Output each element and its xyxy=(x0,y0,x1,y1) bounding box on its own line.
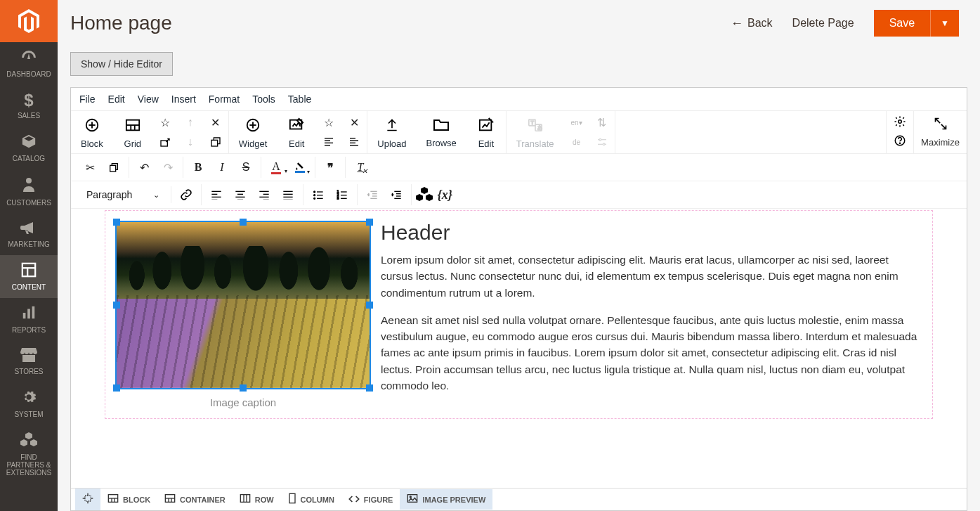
image-caption[interactable]: Image caption xyxy=(115,396,371,408)
clear-format-button[interactable]: T✕ xyxy=(350,157,371,178)
resize-handle-lm[interactable] xyxy=(113,302,120,309)
paragraph-select[interactable]: Paragraph ⌄ xyxy=(79,186,166,203)
logo[interactable] xyxy=(0,0,58,42)
delete-page-button[interactable]: Delete Page xyxy=(792,17,854,30)
resize-handle-bm[interactable] xyxy=(240,384,247,392)
sidebar-item-sales[interactable]: $ SALES xyxy=(0,85,58,127)
undo-button[interactable]: ↶ xyxy=(133,157,155,178)
content-header[interactable]: Header xyxy=(381,221,922,245)
remove-block-button[interactable]: ✕ xyxy=(207,115,224,129)
sidebar-item-reports[interactable]: REPORTS xyxy=(0,298,58,341)
path-container[interactable]: CONTAINER xyxy=(157,489,233,510)
widget-button[interactable]: Widget xyxy=(229,113,277,152)
svg-rect-5 xyxy=(27,309,30,319)
menu-edit[interactable]: Edit xyxy=(108,93,125,105)
remove-widget-button[interactable]: ✕ xyxy=(346,115,362,129)
settings-button[interactable] xyxy=(894,115,906,130)
sidebar-label: FIND PARTNERS & EXTENSIONS xyxy=(3,453,55,477)
number-list-button[interactable]: 123 xyxy=(332,184,353,205)
sidebar-item-system[interactable]: SYSTEM xyxy=(0,382,58,425)
edit2-label: Edit xyxy=(478,138,494,149)
bold-button[interactable]: B xyxy=(188,157,209,178)
cut-button[interactable]: ✂ xyxy=(79,157,100,178)
maximize-button[interactable]: Maximize xyxy=(913,111,967,153)
save-block-button[interactable]: ☆ xyxy=(157,115,174,129)
browse-button[interactable]: Browse xyxy=(416,114,466,151)
selected-image[interactable] xyxy=(115,221,371,389)
editor-container: File Edit View Insert Format Tools Table… xyxy=(70,87,967,511)
menu-format[interactable]: Format xyxy=(209,93,240,105)
text-column[interactable]: Header Lorem ipsum dolor sit amet, conse… xyxy=(381,221,922,408)
resize-handle-tr[interactable] xyxy=(366,219,373,226)
copy-button[interactable] xyxy=(103,157,124,178)
edit-image-button[interactable]: Edit xyxy=(466,113,506,152)
bg-color-button[interactable]: ▾ xyxy=(289,157,311,178)
dashboard-icon xyxy=(20,49,37,67)
editor-canvas[interactable]: Image caption Header Lorem ipsum dolor s… xyxy=(71,209,967,488)
link-button[interactable] xyxy=(176,184,197,205)
align-bottom-button[interactable] xyxy=(346,135,362,149)
block-button[interactable]: Block xyxy=(71,113,113,152)
strike-button[interactable]: S xyxy=(235,157,256,178)
edit-label: Edit xyxy=(289,138,304,149)
menu-file[interactable]: File xyxy=(79,93,96,105)
align-left-button[interactable] xyxy=(206,184,227,205)
align-center-button[interactable] xyxy=(230,184,251,205)
italic-button[interactable]: I xyxy=(211,157,233,178)
align-top-button[interactable] xyxy=(320,135,337,149)
sidebar-item-stores[interactable]: STORES xyxy=(0,341,58,382)
menu-table[interactable]: Table xyxy=(288,93,311,105)
path-figure[interactable]: FIGURE xyxy=(341,490,400,510)
path-label: IMAGE PREVIEW xyxy=(422,496,485,504)
help-button[interactable] xyxy=(894,134,906,149)
save-button[interactable]: Save xyxy=(874,10,930,37)
sidebar-item-marketing[interactable]: MARKETING xyxy=(0,214,58,255)
lang-de: de xyxy=(568,135,585,149)
path-column[interactable]: COLUMN xyxy=(281,489,341,510)
sidebar-item-catalog[interactable]: CATALOG xyxy=(0,127,58,169)
path-block[interactable]: BLOCK xyxy=(100,489,157,510)
sidebar-item-dashboard[interactable]: DASHBOARD xyxy=(0,42,58,85)
svg-point-39 xyxy=(899,143,900,143)
resize-handle-tm[interactable] xyxy=(240,219,247,226)
duplicate-block-button[interactable] xyxy=(207,135,224,149)
menu-view[interactable]: View xyxy=(138,93,159,105)
sidebar-item-partners[interactable]: FIND PARTNERS & EXTENSIONS xyxy=(0,425,58,484)
content-paragraph-1[interactable]: Lorem ipsum dolor sit amet, consectetur … xyxy=(381,252,922,301)
save-widget-button[interactable]: ☆ xyxy=(320,115,337,129)
blockquote-button[interactable]: ❞ xyxy=(320,157,341,178)
code-icon xyxy=(348,494,360,505)
align-right-button[interactable] xyxy=(254,184,275,205)
element-path-bar: BLOCK CONTAINER ROW COLUMN FIGURE IMAGE … xyxy=(71,488,967,510)
resize-handle-br[interactable] xyxy=(366,384,373,392)
path-target[interactable] xyxy=(75,489,100,510)
show-hide-editor-button[interactable]: Show / Hide Editor xyxy=(70,52,173,76)
upload-button[interactable]: Upload xyxy=(367,113,416,152)
path-image-preview[interactable]: IMAGE PREVIEW xyxy=(400,489,492,510)
grid-button[interactable]: Grid xyxy=(113,113,152,152)
widget-insert-button[interactable] xyxy=(416,184,433,205)
upload-label: Upload xyxy=(377,138,406,149)
menu-tools[interactable]: Tools xyxy=(252,93,275,105)
back-button[interactable]: ← Back xyxy=(731,16,773,31)
resize-handle-rm[interactable] xyxy=(366,302,373,309)
edit-widget-button[interactable]: Edit xyxy=(277,113,316,152)
sidebar-item-content[interactable]: CONTENT xyxy=(0,255,58,298)
resize-handle-bl[interactable] xyxy=(113,384,120,392)
variable-insert-button[interactable]: {x} xyxy=(437,184,452,205)
content-paragraph-2[interactable]: Aenean sit amet nisl sed nulla volutpat … xyxy=(381,312,922,394)
path-row[interactable]: ROW xyxy=(233,489,281,510)
grid-icon xyxy=(107,493,119,505)
image-icon xyxy=(407,493,418,505)
sidebar-label: SALES xyxy=(18,112,40,119)
text-color-button[interactable]: A▾ xyxy=(266,157,287,178)
save-dropdown[interactable]: ▼ xyxy=(930,10,959,37)
move-out-button[interactable] xyxy=(157,135,174,149)
bullet-list-button[interactable] xyxy=(308,184,329,205)
resize-handle-tl[interactable] xyxy=(113,219,120,226)
menu-insert[interactable]: Insert xyxy=(171,93,196,105)
svg-text:あ: あ xyxy=(537,124,542,131)
align-justify-button[interactable] xyxy=(277,184,299,205)
sidebar-item-customers[interactable]: CUSTOMERS xyxy=(0,169,58,214)
indent-button[interactable] xyxy=(386,184,407,205)
